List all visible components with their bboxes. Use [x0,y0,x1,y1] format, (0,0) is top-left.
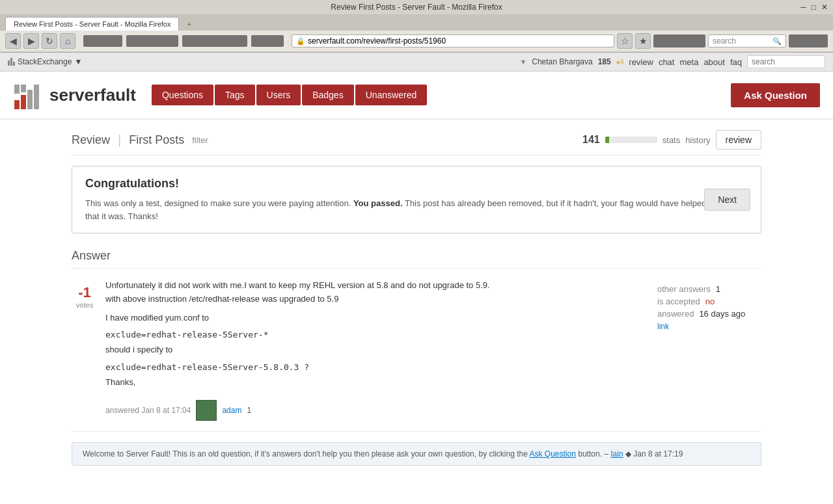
svg-rect-2 [27,90,33,109]
site-header: serverfault Questions Tags Users Badges … [0,72,833,120]
answered-label: answered [657,309,694,319]
badges-nav-link[interactable]: Badges [302,85,353,105]
answer-body: Unfortunately it did not work with me.I … [105,279,649,421]
users-nav-link[interactable]: Users [256,85,301,105]
svg-rect-0 [14,100,20,109]
main-content: Review | First Posts filter 141 stats hi… [59,120,774,476]
toolbar-blurred-1 [653,34,705,47]
welcome-user-link[interactable]: Iain [610,449,623,458]
answer-text-3: should i specify to [105,343,649,357]
forward-btn[interactable]: ▶ [23,33,39,49]
se-name: StackExchange [18,57,72,66]
welcome-text-2: button. – [576,449,608,458]
browser-search-label: search [713,36,736,46]
answer-line-4: should i specify to [105,345,172,354]
answer-line-5: Thanks, [105,377,135,387]
congrats-title: Congratulations! [85,177,748,191]
reload-btn[interactable]: ↻ [42,33,57,49]
bar3 [13,62,15,66]
is-accepted-label: is accepted [657,297,700,306]
code-line-1: exclude=redhat-release-5Server-* [105,330,268,339]
svg-rect-3 [34,85,39,109]
review-stats-area: 141 stats history review [582,130,761,150]
other-answers-value: 1 [716,284,720,294]
answer-meta-sidebar: other answers 1 is accepted no answered … [657,279,761,421]
close-btn[interactable]: ✕ [821,3,828,12]
answer-line-1: Unfortunately it did not work with me.I … [105,280,490,290]
sf-logo[interactable]: serverfault [13,79,136,111]
address-bar[interactable]: 🔒 serverfault.com/review/first-posts/519… [292,34,614,47]
tab-label: Review First Posts - Server Fault - Mozi… [14,20,171,28]
stats-link[interactable]: stats [662,135,680,145]
answer-text-2: I have modified yum.conf to [105,312,649,325]
welcome-ask-link[interactable]: Ask Question [530,449,576,458]
lock-icon: 🔒 [296,37,305,46]
congrats-text-bold: You passed. [353,198,403,208]
svg-rect-1 [21,95,26,109]
link-row: link [657,321,761,331]
bookmark-btn[interactable]: ★ [635,33,651,49]
topbar-faq-link[interactable]: faq [730,57,742,67]
minimize-btn[interactable]: ─ [800,3,806,12]
svg-rect-4 [14,85,20,94]
user-badge: ●9 [616,59,624,66]
user-name-link[interactable]: Chetan Bhargava [532,57,592,66]
svg-rect-5 [21,85,26,92]
review-breadcrumb: Review [72,133,110,147]
welcome-date: Jan 8 at 17:19 [633,449,683,458]
next-button[interactable]: Next [704,189,750,211]
code-block-1: exclude=redhat-release-5Server-* [105,330,649,339]
is-accepted-value: no [705,297,715,306]
sf-logo-bold: fault [100,85,136,105]
topbar-review-link[interactable]: review [629,57,653,67]
review-separator: | [118,133,121,148]
congrats-text-before: This was only a test, designed to make s… [85,198,353,208]
bookmark-3 [182,35,247,47]
other-answers-label: other answers [657,284,711,294]
bar1 [8,60,10,66]
window-title: Review First Posts - Server Fault - Mozi… [331,3,502,12]
bookmark-4 [251,35,284,47]
topbar-about-link[interactable]: about [703,57,725,67]
review-tab-button[interactable]: review [716,130,761,150]
answer-section: Answer -1 votes Unfortunately it did not… [72,249,761,466]
answer-text: Unfortunately it did not work with me.I … [105,279,649,306]
bookmark-2 [126,35,178,47]
questions-nav-link[interactable]: Questions [152,85,213,105]
new-tab-btn[interactable]: + [182,18,196,31]
maximize-btn[interactable]: □ [812,3,816,12]
se-logo[interactable]: StackExchange ▼ [8,57,82,66]
code-line-2: exclude=redhat-release-5Server-5.8.0.3 ? [105,362,309,372]
unanswered-nav-link[interactable]: Unanswered [355,85,428,105]
topbar-search-input[interactable] [747,55,825,68]
history-link[interactable]: history [685,135,710,145]
review-count: 141 [582,134,600,146]
topbar-meta-link[interactable]: meta [679,57,698,67]
answered-date: answered Jan 8 at 17:04 [105,406,191,415]
back-btn[interactable]: ◀ [5,33,21,49]
sf-logo-text: serverfault [49,85,136,105]
review-page-title: First Posts [129,133,184,147]
is-accepted-row: is accepted no [657,297,761,306]
ask-question-button[interactable]: Ask Question [731,83,820,107]
sf-logo-plain: server [49,85,100,105]
answer-line-3: I have modified yum.conf to [105,313,209,323]
browser-search-input[interactable]: search 🔍 [708,34,786,47]
topbar-chat-link[interactable]: chat [659,57,675,67]
answered-value: 16 days ago [699,309,745,319]
filter-link[interactable]: filter [192,135,208,145]
answer-user-link[interactable]: adam [222,406,241,415]
tags-nav-link[interactable]: Tags [215,85,255,105]
answered-row-meta: answered 16 days ago [657,309,761,319]
review-header: Review | First Posts filter 141 stats hi… [72,130,761,155]
bookmark-star-btn[interactable]: ☆ [617,33,633,49]
active-tab[interactable]: Review First Posts - Server Fault - Mozi… [5,17,179,31]
user-gravatar-icon: ▼ [519,58,526,66]
title-bar: Review First Posts - Server Fault - Mozi… [0,0,833,14]
home-btn[interactable]: ⌂ [60,33,75,49]
answer-user-rep: 1 [247,406,251,415]
user-section: ▼ Chetan Bhargava 185 ●9 review chat met… [519,55,825,68]
answer-link[interactable]: link [657,322,669,331]
site-nav: Questions Tags Users Badges Unanswered [152,85,427,105]
browser-window: Review First Posts - Server Fault - Mozi… [0,0,833,53]
